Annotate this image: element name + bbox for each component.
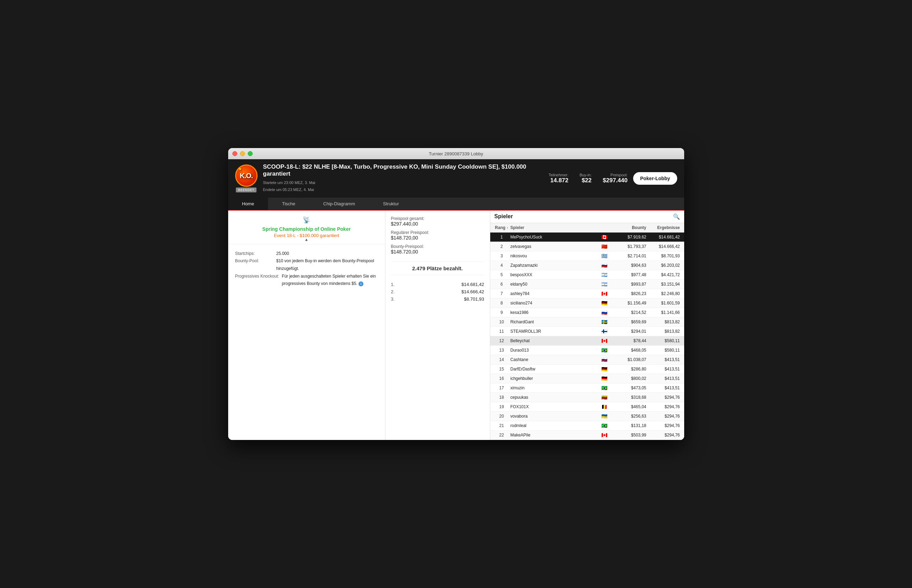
- cell-name: ashley784: [510, 291, 598, 296]
- cell-flag: 🇩🇪: [598, 376, 611, 381]
- main-window: Turnier 2890087339 Lobby ★ K.O. BEENDET …: [228, 148, 684, 440]
- table-row[interactable]: 18 cepuukas 🇱🇹 $318,68 $294,76: [490, 393, 684, 402]
- titlebar: Turnier 2890087339 Lobby: [228, 148, 684, 159]
- cell-rank: 8: [493, 300, 510, 305]
- tab-tische[interactable]: Tische: [268, 198, 309, 210]
- table-row[interactable]: 7 ashley784 🇨🇦 $826,23 $2.246,80: [490, 289, 684, 299]
- buyin-label: Buy-in:: [580, 173, 591, 177]
- cell-results: $1.141,66: [646, 310, 681, 315]
- nav-tabs: Home Tische Chip-Diagramm Struktur: [228, 198, 684, 210]
- poker-lobby-button[interactable]: Poker-Lobby: [633, 172, 677, 185]
- payout-list: 1.$14.681,422.$14.666,423.$8.701,93: [391, 281, 484, 303]
- cell-bounty: $2.714,01: [611, 254, 646, 258]
- cell-results: $413,51: [646, 367, 681, 372]
- minimize-button[interactable]: [240, 151, 245, 156]
- cell-bounty: $214,52: [611, 310, 646, 315]
- prizepool-label: Preispool:: [603, 173, 628, 177]
- main-content: 📡 Spring Championship of Online Poker Ev…: [228, 210, 684, 440]
- tab-home[interactable]: Home: [228, 198, 268, 210]
- table-row[interactable]: 21 rodmleal 🇧🇷 $131,18 $294,76: [490, 421, 684, 431]
- cell-name: nikosvou: [510, 254, 598, 258]
- bountypool-label: Bounty-Pool:: [235, 257, 274, 272]
- bountypool-row: Bounty-Pool: $10 von jedem Buy-in werden…: [235, 257, 378, 272]
- cell-results: $580,11: [646, 348, 681, 353]
- collapse-button[interactable]: ▲: [305, 237, 309, 242]
- info-icon[interactable]: i: [358, 281, 363, 286]
- cell-flag: 🇺🇦: [598, 414, 611, 419]
- cell-flag: 🇦🇷: [598, 272, 611, 278]
- cell-bounty: $503,99: [611, 433, 646, 438]
- cell-name: kesa1986: [510, 310, 598, 315]
- table-row[interactable]: 5 besposXXX 🇦🇷 $977,48 $4.421,72: [490, 270, 684, 280]
- table-row[interactable]: 9 kesa1986 🇷🇺 $214,52 $1.141,66: [490, 308, 684, 317]
- cell-name: MePsychoUSuck: [510, 235, 598, 239]
- cell-flag: 🇷🇺: [598, 310, 611, 315]
- cell-results: $2.246,80: [646, 291, 681, 296]
- cell-flag: 🇸🇪: [598, 319, 611, 325]
- player-title: Spieler: [494, 213, 513, 220]
- table-row[interactable]: 14 Cashtane 🇷🇺 $1.038,07 $413,51: [490, 355, 684, 365]
- cell-bounty: $826,23: [611, 291, 646, 296]
- cell-flag: 🇧🇷: [598, 423, 611, 428]
- cell-flag: 🇧🇪: [598, 404, 611, 410]
- cell-results: $413,51: [646, 376, 681, 381]
- tab-chip-diagramm[interactable]: Chip-Diagramm: [309, 198, 369, 210]
- cell-name: Belleychat: [510, 338, 598, 343]
- table-row[interactable]: 11 STEAMROLL3R 🇫🇮 $294,01 $813,82: [490, 327, 684, 336]
- payout-item: 1.$14.681,42: [391, 281, 484, 288]
- col-player-header: Spieler: [510, 225, 598, 230]
- col-bounty-header: Bounty: [611, 225, 646, 230]
- cell-rank: 9: [493, 310, 510, 315]
- cell-results: $294,76: [646, 423, 681, 428]
- cell-results: $294,76: [646, 404, 681, 409]
- table-row[interactable]: 3 nikosvou 🇬🇷 $2.714,01 $8.701,93: [490, 251, 684, 261]
- tournament-title: SCOOP-18-L: $22 NLHE [8-Max, Turbo, Prog…: [263, 163, 543, 178]
- table-row[interactable]: 16 ichgehbuller 🇩🇪 $800,02 $413,51: [490, 374, 684, 383]
- table-row[interactable]: 17 ximuzin 🇧🇷 $473,05 $413,51: [490, 383, 684, 393]
- col-rank-header: Rang ↑: [493, 225, 510, 230]
- cell-bounty: $294,01: [611, 329, 646, 334]
- tab-struktur[interactable]: Struktur: [369, 198, 413, 210]
- star-icon: ★: [238, 167, 242, 171]
- sort-indicator[interactable]: ↑: [507, 226, 509, 230]
- close-button[interactable]: [232, 151, 237, 156]
- cell-results: $294,76: [646, 414, 681, 418]
- table-row[interactable]: 13 Durao013 🇧🇷 $468,05 $580,11: [490, 346, 684, 355]
- table-row[interactable]: 8 siciliano274 🇩🇪 $1.156,49 $1.601,59: [490, 299, 684, 308]
- event-banner: 📡 Spring Championship of Online Poker Ev…: [228, 210, 385, 244]
- progressives-row: Progressives Knockout: Für jeden ausgesc…: [235, 273, 378, 288]
- cell-name: DarfErDasftw: [510, 367, 598, 372]
- event-title-link[interactable]: Spring Championship of Online Poker: [262, 226, 351, 232]
- cell-flag: 🇱🇹: [598, 394, 611, 400]
- bounty-prizepool-label: Bounty-Preispool:: [391, 244, 484, 249]
- cell-flag: 🇧🇷: [598, 347, 611, 353]
- buyin-stat: Buy-in: $22: [580, 173, 591, 184]
- table-row[interactable]: 15 DarfErDasftw 🇩🇪 $286,80 $413,51: [490, 365, 684, 374]
- prizepool-stat: Preispool: $297.440: [603, 173, 628, 184]
- cell-flag: 🇨🇦: [598, 432, 611, 438]
- participants-stat: Teilnehmer: 14.872: [549, 173, 569, 184]
- antenna-icon: 📡: [234, 216, 379, 224]
- table-row[interactable]: 12 Belleychat 🇨🇦 $78,44 $580,11: [490, 336, 684, 346]
- table-row[interactable]: 2 zelvavegas 🇨🇳 $1.793,37 $14.666,42: [490, 242, 684, 251]
- table-row[interactable]: 22 MakeAPile 🇨🇦 $503,99 $294,76: [490, 431, 684, 440]
- cell-bounty: $473,05: [611, 386, 646, 390]
- table-row[interactable]: 1 MePsychoUSuck 🇨🇦 $7.919,62 $14.681,42: [490, 233, 684, 242]
- cell-flag: 🇷🇺: [598, 357, 611, 362]
- cell-results: $8.701,93: [646, 254, 681, 258]
- table-row[interactable]: 6 eldany50 🇦🇷 $993,87 $3.151,94: [490, 280, 684, 289]
- window-title: Turnier 2890087339 Lobby: [429, 151, 483, 157]
- maximize-button[interactable]: [248, 151, 253, 156]
- cell-name: zelvavegas: [510, 244, 598, 249]
- cell-bounty: $465,04: [611, 404, 646, 409]
- cell-name: ximuzin: [510, 386, 598, 390]
- cell-results: $14.681,42: [646, 235, 681, 239]
- startchips-value: 25.000: [276, 250, 378, 258]
- table-row[interactable]: 20 vovabora 🇺🇦 $256,63 $294,76: [490, 412, 684, 421]
- table-row[interactable]: 4 Zapahzamazki 🇷🇺 $904,63 $6.203,02: [490, 261, 684, 270]
- table-row[interactable]: 10 RichardGant 🇸🇪 $659,69 $813,82: [490, 317, 684, 327]
- search-icon[interactable]: 🔍: [673, 213, 680, 220]
- payout-rank: 3.: [391, 296, 395, 302]
- cell-rank: 21: [493, 423, 510, 428]
- table-row[interactable]: 19 FOX101X 🇧🇪 $465,04 $294,76: [490, 402, 684, 412]
